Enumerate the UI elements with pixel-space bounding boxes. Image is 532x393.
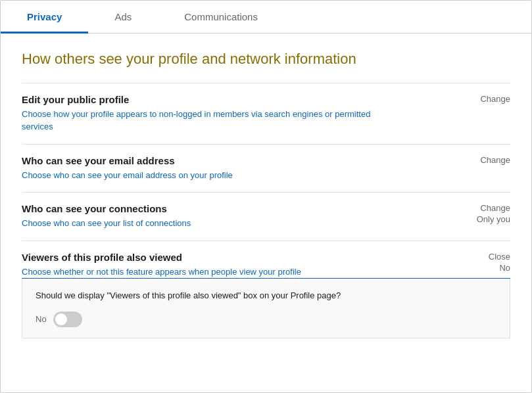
toggle-label: No	[36, 314, 47, 324]
viewers-value: No	[499, 263, 510, 273]
setting-title-connections: Who can see your connections	[22, 203, 403, 214]
toggle-slider	[53, 312, 82, 327]
setting-right-email: Change	[464, 155, 510, 165]
setting-left-public-profile: Edit your public profile Choose how your…	[22, 94, 403, 133]
setting-desc-email: Choose who can see your email address on…	[22, 169, 403, 182]
setting-left-email: Who can see your email address Choose wh…	[22, 155, 403, 182]
tabs-bar: Privacy Ads Communications	[1, 1, 531, 34]
setting-title-viewers: Viewers of this profile also viewed	[22, 252, 403, 263]
connections-value: Only you	[477, 214, 510, 224]
expanded-panel-viewers: Should we display "Viewers of this profi…	[22, 279, 510, 338]
section-title: How others see your profile and network …	[22, 49, 510, 70]
setting-right-connections: Change Only you	[464, 203, 510, 224]
setting-desc-connections: Choose who can see your list of connecti…	[22, 217, 403, 230]
setting-row-email: Who can see your email address Choose wh…	[22, 144, 510, 193]
panel-question: Should we display "Viewers of this profi…	[36, 289, 496, 302]
close-link-viewers[interactable]: Close	[489, 252, 510, 262]
content-area: How others see your profile and network …	[1, 34, 531, 365]
setting-desc-public-profile: Choose how your profile appears to non-l…	[22, 108, 403, 133]
setting-right-viewers: Close No	[464, 252, 510, 273]
tab-privacy[interactable]: Privacy	[1, 1, 88, 33]
setting-right-public-profile: Change	[464, 94, 510, 104]
setting-left-connections: Who can see your connections Choose who …	[22, 203, 403, 230]
setting-row-connections: Who can see your connections Choose who …	[22, 192, 510, 241]
setting-title-email: Who can see your email address	[22, 155, 403, 166]
setting-row-viewers: Viewers of this profile also viewed Choo…	[22, 241, 510, 279]
setting-title-public-profile: Edit your public profile	[22, 94, 403, 105]
settings-window: Privacy Ads Communications How others se…	[0, 0, 532, 393]
setting-left-viewers: Viewers of this profile also viewed Choo…	[22, 252, 403, 279]
setting-desc-viewers: Choose whether or not this feature appea…	[22, 266, 403, 279]
change-link-email[interactable]: Change	[480, 155, 510, 165]
toggle-row: No	[36, 312, 496, 327]
change-link-public-profile[interactable]: Change	[480, 94, 510, 104]
tab-ads[interactable]: Ads	[88, 1, 158, 33]
tab-communications[interactable]: Communications	[158, 1, 284, 33]
toggle-switch[interactable]	[53, 312, 82, 327]
change-link-connections[interactable]: Change	[480, 203, 510, 213]
setting-row-public-profile: Edit your public profile Choose how your…	[22, 83, 510, 144]
